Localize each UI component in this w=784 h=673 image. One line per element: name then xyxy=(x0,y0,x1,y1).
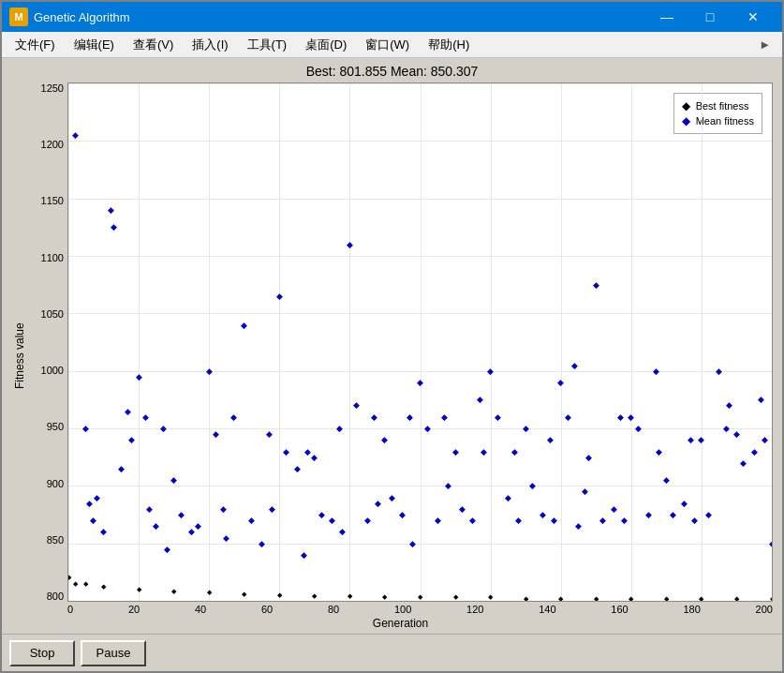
mean-fitness-point: ◆ xyxy=(610,505,617,513)
mean-fitness-point: ◆ xyxy=(628,413,635,421)
mean-fitness-point: ◆ xyxy=(417,379,424,386)
chart-title: Best: 801.855 Mean: 850.307 xyxy=(306,64,479,79)
menu-desktop[interactable]: 桌面(D) xyxy=(296,33,356,57)
mean-fitness-point: ◆ xyxy=(652,367,659,375)
menu-view[interactable]: 查看(V) xyxy=(124,33,183,57)
mean-fitness-point: ◆ xyxy=(346,241,353,248)
pause-button[interactable]: Pause xyxy=(81,640,146,666)
mean-fitness-point: ◆ xyxy=(371,413,378,421)
best-fitness-point: ◆ xyxy=(698,595,705,602)
menu-tools[interactable]: 工具(T) xyxy=(238,33,297,57)
x-axis-spacer xyxy=(28,602,67,615)
grid-line-v xyxy=(702,83,703,601)
x-tick: 140 xyxy=(539,604,555,615)
mean-fitness-point: ◆ xyxy=(670,511,677,518)
best-fitness-point: ◆ xyxy=(417,593,424,601)
grid-line-v xyxy=(349,83,350,601)
menu-edit[interactable]: 编辑(E) xyxy=(65,33,124,57)
mean-fitness-point: ◆ xyxy=(406,413,413,421)
stop-button[interactable]: Stop xyxy=(9,640,75,666)
bottom-bar: Stop Pause xyxy=(2,634,782,671)
x-tick: 120 xyxy=(466,604,483,615)
x-tick: 20 xyxy=(128,604,140,615)
best-fitness-point: ◆ xyxy=(557,595,565,602)
mean-fitness-point: ◆ xyxy=(599,516,607,524)
window-title: Genetic Algorithm xyxy=(34,10,645,24)
best-fitness-point: ◆ xyxy=(72,580,80,588)
mean-fitness-point: ◆ xyxy=(571,362,579,369)
app-icon: M xyxy=(9,7,28,26)
mean-fitness-point: ◆ xyxy=(722,425,730,432)
x-axis-label: Generation xyxy=(28,617,773,630)
x-axis-row: 020406080100120140160180200 xyxy=(28,602,773,615)
mean-fitness-point: ◆ xyxy=(750,448,758,456)
best-fitness-point: ◆ xyxy=(732,595,740,602)
menu-help[interactable]: 帮助(H) xyxy=(419,33,479,57)
mean-fitness-point: ◆ xyxy=(726,401,733,409)
best-fitness-point: ◆ xyxy=(522,595,529,602)
mean-fitness-point: ◆ xyxy=(487,367,495,375)
legend-mean: ◆ Mean fitness xyxy=(682,114,754,127)
x-tick: 0 xyxy=(67,604,73,615)
mean-fitness-point: ◆ xyxy=(409,540,417,547)
mean-fitness-point: ◆ xyxy=(529,482,537,489)
mean-fitness-point: ◆ xyxy=(617,413,625,421)
y-tick: 850 xyxy=(47,534,64,546)
mean-fitness-point: ◆ xyxy=(219,505,227,513)
x-tick: 180 xyxy=(683,604,700,615)
mean-fitness-point: ◆ xyxy=(704,511,712,518)
plot-and-yaxis: 125012001150110010501000950900850800 ◆ B… xyxy=(28,82,773,602)
mean-fitness-point: ◆ xyxy=(662,476,670,484)
mean-fitness-point: ◆ xyxy=(100,528,108,535)
mean-fitness-point: ◆ xyxy=(585,454,593,461)
menu-insert[interactable]: 插入(I) xyxy=(183,33,237,57)
mean-fitness-point: ◆ xyxy=(311,454,318,461)
mean-fitness-point: ◆ xyxy=(241,322,248,329)
mean-fitness-point: ◆ xyxy=(557,379,565,386)
grid-line-v xyxy=(279,83,280,601)
mean-fitness-point: ◆ xyxy=(259,540,266,547)
mean-fitness-point: ◆ xyxy=(125,408,132,415)
grid-line-v xyxy=(421,83,422,601)
close-button[interactable]: ✕ xyxy=(732,2,775,32)
mean-fitness-point: ◆ xyxy=(265,430,273,438)
mean-fitness-point: ◆ xyxy=(469,516,477,524)
mean-fitness-point: ◆ xyxy=(213,430,220,438)
mean-fitness-point: ◆ xyxy=(399,511,407,518)
mean-fitness-point: ◆ xyxy=(445,482,452,489)
maximize-button[interactable]: □ xyxy=(688,2,732,32)
mean-fitness-point: ◆ xyxy=(318,511,325,518)
mean-fitness-point: ◆ xyxy=(634,425,642,432)
grid-line-h xyxy=(68,601,772,602)
chart-inner: 125012001150110010501000950900850800 ◆ B… xyxy=(28,82,773,630)
plot-frame: ◆ Best fitness ◆ Mean fitness ◆◆◆◆◆◆◆◆◆◆… xyxy=(67,82,773,602)
x-tick: 160 xyxy=(611,604,628,615)
menu-file[interactable]: 文件(F) xyxy=(6,33,65,57)
y-tick: 1000 xyxy=(41,365,64,376)
mean-fitness-point: ◆ xyxy=(339,528,347,535)
mean-fitness-point: ◆ xyxy=(768,540,773,547)
legend: ◆ Best fitness ◆ Mean fitness xyxy=(673,93,762,134)
mean-fitness-point: ◆ xyxy=(353,401,361,409)
mean-fitness-point: ◆ xyxy=(111,223,118,231)
best-fitness-point: ◆ xyxy=(275,591,283,599)
mean-fitness-point: ◆ xyxy=(546,436,554,443)
mean-fitness-point: ◆ xyxy=(522,425,529,432)
mean-fitness-point: ◆ xyxy=(107,206,114,214)
best-fitness-point: ◆ xyxy=(487,593,495,601)
mean-fitness-point: ◆ xyxy=(480,448,487,456)
mean-fitness-point: ◆ xyxy=(441,413,449,421)
mean-fitness-point: ◆ xyxy=(293,465,301,472)
mean-fitness-point: ◆ xyxy=(459,505,466,513)
mean-fitness-point: ◆ xyxy=(451,448,459,456)
mean-fitness-point: ◆ xyxy=(690,516,698,524)
grid-line-v xyxy=(561,83,562,601)
mean-fitness-point: ◆ xyxy=(335,425,343,432)
mean-fitness-point: ◆ xyxy=(504,494,511,501)
y-tick: 1200 xyxy=(41,139,64,150)
mean-fitness-point: ◆ xyxy=(564,413,571,421)
minimize-button[interactable]: — xyxy=(645,2,688,32)
menu-window[interactable]: 窗口(W) xyxy=(356,33,419,57)
mean-fitness-point: ◆ xyxy=(170,476,178,484)
mean-fitness-point: ◆ xyxy=(142,413,150,421)
